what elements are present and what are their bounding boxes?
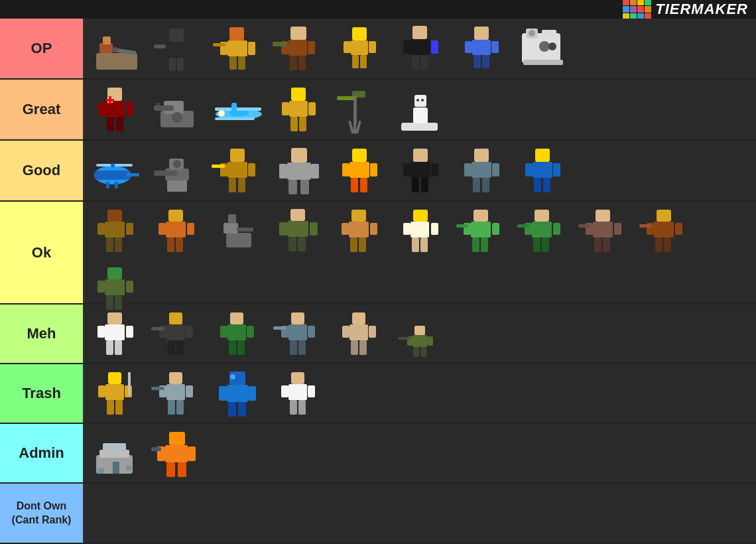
svg-rect-25 bbox=[273, 42, 287, 46]
svg-rect-38 bbox=[474, 27, 489, 40]
svg-rect-157 bbox=[288, 237, 296, 251]
svg-rect-179 bbox=[532, 222, 552, 238]
list-item bbox=[87, 143, 147, 200]
svg-rect-55 bbox=[106, 99, 114, 102]
svg-rect-177 bbox=[456, 224, 468, 228]
svg-rect-242 bbox=[420, 347, 426, 357]
svg-rect-266 bbox=[288, 384, 307, 400]
svg-rect-218 bbox=[230, 312, 243, 324]
svg-rect-174 bbox=[492, 223, 499, 235]
svg-rect-32 bbox=[412, 26, 427, 39]
svg-rect-163 bbox=[350, 238, 357, 252]
svg-rect-212 bbox=[166, 324, 185, 340]
svg-rect-34 bbox=[403, 40, 410, 54]
svg-rect-161 bbox=[342, 223, 349, 235]
list-item bbox=[331, 204, 391, 261]
svg-rect-131 bbox=[535, 149, 550, 162]
svg-rect-5 bbox=[169, 29, 184, 42]
svg-rect-151 bbox=[228, 214, 236, 224]
svg-rect-225 bbox=[288, 324, 307, 340]
svg-rect-35 bbox=[431, 40, 438, 54]
svg-rect-71 bbox=[291, 88, 306, 101]
svg-rect-221 bbox=[247, 326, 254, 338]
tier-label-meh: Meh bbox=[0, 305, 83, 363]
svg-rect-269 bbox=[290, 400, 297, 415]
svg-rect-153 bbox=[290, 209, 305, 221]
svg-rect-171 bbox=[473, 210, 488, 222]
svg-rect-189 bbox=[594, 238, 601, 252]
list-item bbox=[148, 427, 208, 483]
svg-rect-19 bbox=[290, 27, 306, 40]
svg-rect-188 bbox=[614, 223, 621, 235]
svg-rect-278 bbox=[165, 445, 188, 462]
svg-rect-223 bbox=[237, 340, 245, 355]
svg-rect-1 bbox=[99, 43, 113, 53]
svg-rect-123 bbox=[412, 178, 419, 192]
svg-rect-195 bbox=[675, 223, 682, 235]
svg-rect-142 bbox=[115, 238, 122, 252]
svg-rect-18 bbox=[213, 43, 226, 46]
svg-rect-76 bbox=[299, 117, 306, 131]
svg-rect-145 bbox=[158, 223, 166, 235]
svg-rect-104 bbox=[229, 178, 236, 192]
svg-rect-128 bbox=[492, 163, 499, 176]
svg-rect-147 bbox=[167, 238, 174, 252]
svg-rect-33 bbox=[410, 39, 430, 55]
tiermaker-logo: TiERMAKER bbox=[623, 0, 748, 20]
tier-label-great: Great bbox=[0, 80, 83, 139]
svg-rect-216 bbox=[176, 340, 184, 355]
list-item bbox=[331, 143, 391, 200]
svg-rect-230 bbox=[273, 326, 286, 330]
svg-rect-134 bbox=[553, 163, 560, 176]
list-item bbox=[636, 204, 696, 261]
svg-rect-277 bbox=[169, 432, 185, 445]
svg-rect-224 bbox=[291, 312, 304, 324]
svg-rect-251 bbox=[169, 372, 182, 384]
svg-rect-268 bbox=[308, 385, 315, 397]
svg-rect-182 bbox=[533, 238, 540, 252]
svg-rect-205 bbox=[107, 312, 122, 324]
svg-rect-43 bbox=[482, 55, 489, 68]
svg-rect-199 bbox=[107, 267, 122, 279]
svg-point-87 bbox=[421, 99, 424, 102]
svg-rect-68 bbox=[215, 117, 255, 120]
svg-rect-274 bbox=[97, 468, 104, 474]
svg-rect-159 bbox=[351, 210, 366, 222]
list-item bbox=[392, 82, 452, 139]
tier-label-dont-own: Dont Own(Cant Rank) bbox=[0, 484, 83, 543]
svg-rect-240 bbox=[427, 336, 433, 346]
svg-rect-110 bbox=[311, 164, 319, 178]
svg-rect-222 bbox=[229, 340, 236, 355]
svg-rect-94 bbox=[115, 182, 118, 188]
svg-rect-228 bbox=[290, 340, 297, 355]
svg-rect-24 bbox=[298, 56, 306, 70]
svg-rect-220 bbox=[220, 326, 227, 338]
svg-rect-126 bbox=[472, 162, 491, 178]
svg-rect-57 bbox=[126, 102, 133, 115]
svg-rect-73 bbox=[282, 102, 289, 115]
svg-rect-84 bbox=[413, 107, 428, 123]
svg-rect-148 bbox=[176, 238, 183, 252]
svg-rect-0 bbox=[96, 53, 137, 70]
svg-rect-181 bbox=[553, 223, 560, 235]
svg-rect-10 bbox=[177, 58, 184, 71]
svg-rect-260 bbox=[219, 386, 227, 401]
list-item bbox=[87, 367, 147, 423]
svg-rect-97 bbox=[154, 170, 177, 176]
svg-rect-90 bbox=[126, 173, 139, 176]
svg-rect-83 bbox=[401, 123, 438, 131]
svg-rect-186 bbox=[593, 222, 613, 238]
svg-rect-8 bbox=[186, 42, 192, 55]
svg-rect-206 bbox=[105, 324, 125, 340]
list-item bbox=[148, 307, 208, 364]
svg-rect-146 bbox=[187, 223, 194, 235]
svg-rect-74 bbox=[308, 102, 316, 115]
tier-content-good bbox=[83, 141, 756, 200]
svg-rect-22 bbox=[308, 41, 315, 54]
svg-rect-47 bbox=[542, 30, 556, 38]
svg-rect-79 bbox=[353, 98, 357, 124]
svg-rect-100 bbox=[230, 149, 245, 162]
svg-rect-176 bbox=[481, 238, 488, 252]
svg-rect-209 bbox=[106, 340, 113, 355]
svg-point-99 bbox=[173, 160, 181, 168]
